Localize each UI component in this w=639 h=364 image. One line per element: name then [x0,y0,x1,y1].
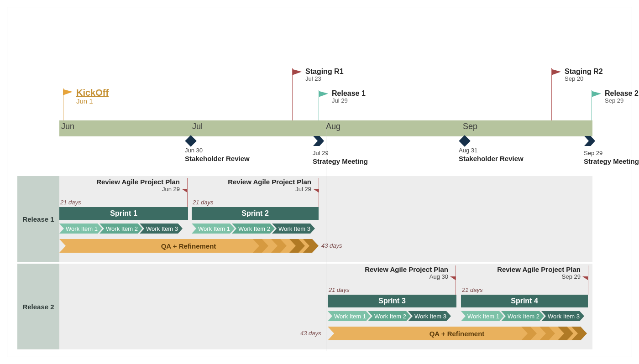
flag-title: Release 1 [332,90,366,98]
work-item[interactable]: Work Item 2 [232,224,275,234]
flag-date: Jul 23 [305,76,344,82]
milestone-name: Strategy Meeting [313,157,325,165]
svg-marker-1 [293,69,302,75]
flag-title: Release 2 [605,90,639,98]
flag-icon [293,69,303,76]
triangle-icon [182,189,187,192]
flag-icon [592,91,602,98]
sprint-duration: 21 days [462,286,483,293]
review-date: Sep 29 [497,273,581,280]
axis-gridline [191,136,191,351]
flag-date: Jun 1 [76,98,109,105]
review-title: Review Agile Project Plan [497,265,581,273]
swimlane-release-2: Release 2 Review Agile Project Plan Aug … [17,264,592,349]
sprint-duration: 21 days [329,286,350,293]
work-item[interactable]: Work Item 2 [368,311,411,321]
work-item[interactable]: Work Item 2 [100,224,142,234]
flag-release-2[interactable]: Release 2 Sep 29 [592,90,639,120]
axis-tick [326,120,326,136]
milestone-strategy-meeting-2[interactable]: Sep 29 Strategy Meeting [584,136,596,165]
milestone-name: Stakeholder Review [459,155,471,162]
flag-title: Staging R1 [305,68,344,76]
axis-month-jun: Jun [61,122,74,131]
svg-marker-3 [552,69,561,75]
triangle-icon [582,276,588,280]
sprint-bar-1[interactable]: Sprint 1 [59,207,188,220]
diamond-icon [185,135,196,146]
review-title: Review Agile Project Plan [96,178,180,186]
milestone-strategy-meeting-1[interactable]: Jul 29 Strategy Meeting [313,136,325,165]
triangle-icon [450,276,456,280]
flag-kickoff[interactable]: KickOff Jun 1 [63,88,109,120]
work-item[interactable]: Work Item 1 [59,224,102,234]
milestone-date: Jul 29 [313,150,325,156]
flag-icon [552,69,562,76]
svg-marker-6 [584,136,595,146]
milestone-date: Jun 30 [185,147,197,154]
milestone-stakeholder-review-2[interactable]: Aug 31 Stakeholder Review [459,136,471,162]
swimlane-label: Release 1 [17,176,59,262]
svg-marker-5 [313,136,324,146]
work-item-row: Work Item 1 Work Item 2 Work Item 3 [461,311,584,321]
work-item[interactable]: Work Item 1 [192,224,235,234]
review-title: Review Agile Project Plan [228,178,311,186]
axis-month-aug: Aug [326,122,340,131]
work-item-row: Work Item 1 Work Item 2 Work Item 3 [328,311,451,321]
svg-marker-0 [63,89,73,95]
flag-date: Jul 29 [332,98,366,104]
milestone-date: Aug 31 [459,147,471,154]
work-item[interactable]: Work Item 2 [501,311,544,321]
milestone-stakeholder-review-1[interactable]: Jun 30 Stakeholder Review [185,136,197,162]
work-item-row: Work Item 1 Work Item 2 Work Item 3 [192,224,315,234]
sprint-bar-4[interactable]: Sprint 4 [461,295,588,307]
milestone-name: Stakeholder Review [185,155,197,162]
axis-month-sep: Sep [463,122,477,131]
flag-release-1[interactable]: Release 1 Jul 29 [319,90,366,120]
axis-tick [463,120,463,136]
flag-date: Sep 29 [605,98,639,104]
review-date: Jun 29 [96,186,180,192]
review-title: Review Agile Project Plan [365,265,448,273]
milestone-date: Sep 29 [584,150,596,156]
sprint-duration: 21 days [60,199,81,206]
axis-gridline [326,136,326,351]
work-item-row: Work Item 1 Work Item 2 Work Item 3 [59,224,183,234]
triangle-icon [313,189,319,192]
flag-icon [63,89,73,96]
svg-marker-4 [592,91,601,97]
diamond-icon [459,135,470,146]
axis-tick [191,120,191,136]
flag-date: Sep 20 [565,76,603,82]
work-item[interactable]: Work Item 3 [408,311,451,321]
swimlane-release-1: Release 1 Review Agile Project Plan Jun … [17,176,592,262]
milestone-name: Strategy Meeting [584,157,596,165]
sprint-bar-3[interactable]: Sprint 3 [328,295,456,307]
work-item[interactable]: Work Item 1 [328,311,371,321]
review-date: Jul 29 [228,186,311,192]
chevron-icon [313,136,324,146]
svg-marker-2 [319,91,328,97]
work-item[interactable]: Work Item 3 [541,311,584,321]
work-item[interactable]: Work Item 1 [461,311,504,321]
work-item[interactable]: Work Item 3 [272,224,315,234]
qa-duration: 43 days [300,330,321,337]
roadmap-frame: Jun Jul Aug Sep KickOff Jun 1 Staging [7,7,632,357]
swimlane-label: Release 2 [17,264,59,349]
review-date: Aug 30 [365,273,448,280]
axis-month-jul: Jul [192,122,203,131]
flag-title: KickOff [76,88,109,98]
work-item[interactable]: Work Item 3 [140,224,183,234]
qa-duration: 43 days [321,242,342,249]
flag-title: Staging R2 [565,68,603,76]
chevron-icon [584,136,595,146]
sprint-bar-2[interactable]: Sprint 2 [192,207,319,220]
flag-icon [319,91,329,98]
axis-gridline [463,136,463,351]
sprint-duration: 21 days [193,199,214,206]
